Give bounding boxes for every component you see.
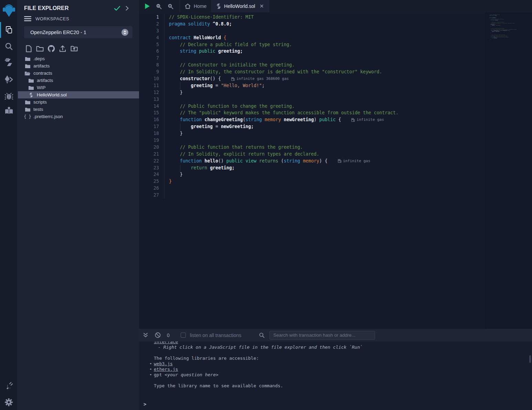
tab-helloworld-sol[interactable]: HelloWorld.sol ✕ <box>211 0 269 12</box>
code-line: 25} <box>139 178 532 185</box>
zoom-out-icon[interactable] <box>156 3 162 9</box>
line-number: 17 <box>139 123 159 130</box>
line-number: 22 <box>139 158 159 165</box>
solidity-compiler-icon[interactable] <box>0 58 18 67</box>
tree-item-artifacts[interactable]: artifacts <box>18 62 139 70</box>
code-line: 26 <box>139 185 532 192</box>
line-number: 13 <box>139 96 159 103</box>
activity-bar <box>0 0 18 410</box>
terminal-output[interactable]: interface- Right click on a JavaScript f… <box>139 341 532 410</box>
braces-icon: { } <box>25 114 30 119</box>
line-number: 5 <box>139 41 159 48</box>
terminal-link[interactable]: ethers.js <box>154 367 178 372</box>
chevron-right-icon[interactable] <box>126 6 129 11</box>
gas-estimate-annotation: infinite gas <box>338 158 370 165</box>
folder-icon <box>25 56 30 62</box>
line-number: 11 <box>139 82 159 89</box>
tree-item-scripts[interactable]: scripts <box>18 98 139 106</box>
line-number: 12 <box>139 89 159 96</box>
terminal-line[interactable]: •ethers.js <box>154 367 532 372</box>
solidity-file-icon <box>216 3 221 9</box>
home-icon <box>185 3 191 9</box>
workspace-select[interactable]: OpenZeppelin ERC20 - 1 <box>24 26 132 38</box>
tab-helloworld-label: HelloWorld.sol <box>224 3 255 9</box>
terminal-search-input[interactable] <box>269 331 375 340</box>
line-number: 4 <box>139 34 159 41</box>
file-explorer-icon[interactable] <box>0 25 18 35</box>
tree-item-tests[interactable]: tests <box>18 106 139 113</box>
workspace-selected-value: OpenZeppelin ERC20 - 1 <box>30 30 121 35</box>
line-number: 1 <box>139 14 159 21</box>
settings-gear-icon[interactable] <box>0 397 18 407</box>
editor-tabbar: Home HelloWorld.sol ✕ <box>139 0 532 12</box>
line-number: 9 <box>139 69 159 75</box>
code-line: 24 } <box>139 171 532 178</box>
workspace-sort-icon[interactable] <box>121 29 128 36</box>
line-number: 21 <box>139 151 159 158</box>
tree-item-label: .prettierrc.json <box>33 114 63 119</box>
line-number: 2 <box>139 21 159 28</box>
tab-home[interactable]: Home <box>180 0 211 12</box>
github-clone-icon[interactable] <box>47 44 55 53</box>
close-tab-icon[interactable]: ✕ <box>259 3 264 9</box>
line-number: 8 <box>139 62 159 69</box>
terminal-line <box>154 350 532 356</box>
debugger-icon[interactable] <box>0 91 18 101</box>
clear-console-icon[interactable] <box>155 332 161 338</box>
terminal-line[interactable]: interface <box>154 341 532 345</box>
code-editor[interactable]: 1// SPDX-License-Identifier: MIT2pragma … <box>139 12 532 329</box>
code-line: 3 <box>139 28 532 34</box>
tree-item-contracts[interactable]: contracts <box>18 70 139 77</box>
code-line: 21 // In Solidity, explicit return types… <box>139 151 532 158</box>
code-line: 9 // In Solidity, the constructor is def… <box>139 69 532 75</box>
code-line: 1// SPDX-License-Identifier: MIT <box>139 14 532 21</box>
code-line: 7 <box>139 55 532 62</box>
run-script-button[interactable] <box>145 3 150 9</box>
search-icon[interactable] <box>0 42 18 51</box>
file-tree: .depsartifactscontractsartifactsWIPHello… <box>18 55 139 120</box>
zoom-in-icon[interactable] <box>168 3 173 9</box>
expand-terminal-icon[interactable] <box>143 333 148 338</box>
tree-item-artifacts[interactable]: artifacts <box>18 77 139 84</box>
line-number: 19 <box>139 137 159 144</box>
line-number: 16 <box>139 116 159 123</box>
tree-item--deps[interactable]: .deps <box>18 55 139 62</box>
check-icon[interactable] <box>114 6 120 11</box>
upload-file-icon[interactable] <box>58 44 67 53</box>
tab-home-label: Home <box>194 3 206 9</box>
terminal-line <box>154 378 532 383</box>
tree-item-label: contracts <box>33 71 52 76</box>
minimap[interactable]: // SPDX-License-Identifier: MITpragma so… <box>486 12 532 329</box>
terminal-line: The following libraries are accessible: <box>154 356 532 361</box>
gas-estimate-annotation: infinite gas 368600 gas <box>231 75 289 82</box>
plugin-manager-icon[interactable] <box>0 381 18 390</box>
code-line: 15 // The "public" keyword makes the fun… <box>139 109 532 116</box>
upload-folder-icon[interactable] <box>70 44 78 53</box>
tree-item-helloworld-sol[interactable]: HelloWorld.sol <box>18 91 139 98</box>
line-number: 6 <box>139 48 159 55</box>
terminal-line[interactable]: •web3.js <box>154 361 532 367</box>
tree-item-label: artifacts <box>37 78 53 83</box>
learneth-icon[interactable] <box>0 106 18 116</box>
terminal-line: •gpt <your question here> <box>154 372 532 378</box>
hamburger-menu-icon[interactable] <box>24 16 31 21</box>
tree-item-label: tests <box>33 107 43 112</box>
code-line: 22 function hello() public view returns … <box>139 158 532 165</box>
terminal-scrollbar[interactable] <box>529 355 531 363</box>
new-file-icon[interactable] <box>24 44 33 53</box>
listen-transactions-checkbox[interactable] <box>181 333 186 338</box>
tree-item-label: WIP <box>37 85 46 90</box>
new-folder-icon[interactable] <box>36 44 44 53</box>
terminal-prompt[interactable]: > <box>143 401 146 407</box>
code-line: 5 // Declare a public field of type stri… <box>139 41 532 48</box>
deploy-and-run-icon[interactable] <box>0 75 18 84</box>
gas-estimate-annotation: infinite gas <box>351 116 384 123</box>
terminal-line: Type the library name to see available c… <box>154 383 532 389</box>
tree-item--prettierrc-json[interactable]: { }.prettierrc.json <box>18 113 139 120</box>
tree-item-label: artifacts <box>33 63 50 69</box>
remix-logo-icon[interactable] <box>0 3 18 18</box>
line-number: 18 <box>139 130 159 137</box>
terminal-link[interactable]: web3.js <box>154 361 173 366</box>
tree-item-wip[interactable]: WIP <box>18 84 139 91</box>
terminal-search-icon <box>259 333 265 338</box>
